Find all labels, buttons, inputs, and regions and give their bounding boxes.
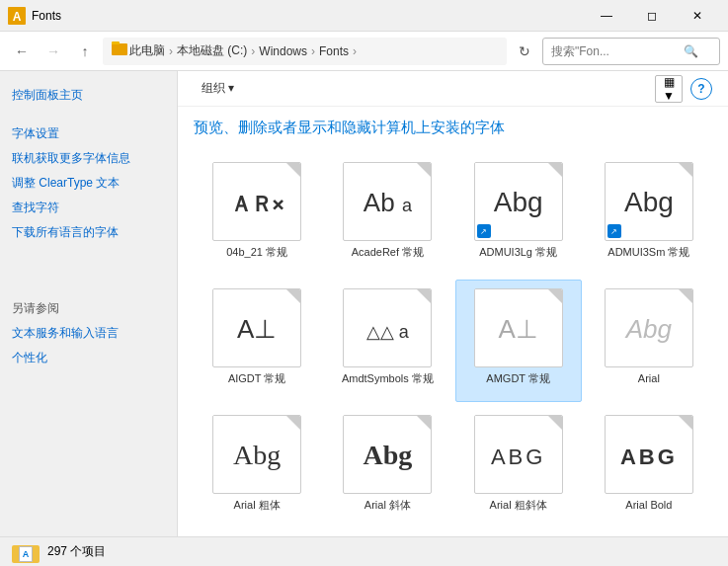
font-glyph: △△ a (366, 313, 409, 343)
sidebar-link-home[interactable]: 控制面板主页 (12, 87, 165, 104)
breadcrumb[interactable]: 此电脑 › 本地磁盘 (C:) › Windows › Fonts › (103, 38, 507, 65)
font-icon-ear (417, 163, 431, 177)
font-icon-ear (286, 163, 300, 177)
font-icon-ear (679, 289, 692, 303)
sidebar-link-settings[interactable]: 字体设置 (12, 125, 165, 142)
font-glyph: Ab a (364, 187, 412, 216)
svg-rect-2 (112, 43, 127, 55)
font-label: AmdtSymbols 常规 (342, 371, 434, 385)
view-toggle-button[interactable]: ▦ ▼ (655, 75, 683, 103)
page-title: 预览、删除或者显示和隐藏计算机上安装的字体 (178, 107, 728, 145)
font-icon: A⊥ (474, 288, 563, 367)
font-icon-ear (548, 289, 562, 303)
font-glyph: Abg (233, 440, 281, 469)
font-icon-ear (286, 416, 300, 430)
font-item[interactable]: ABG Arial Bold (586, 406, 712, 528)
font-label: AIGDT 常规 (228, 371, 285, 385)
font-icon: Abg (343, 415, 432, 494)
app-icon: A (8, 7, 26, 25)
sidebar-link-online[interactable]: 联机获取更多字体信息 (12, 150, 165, 167)
font-icon-ear (548, 416, 562, 430)
font-item[interactable]: A⊥ AMGDT 常规 (455, 280, 582, 402)
up-button[interactable]: ↑ (71, 38, 99, 65)
font-item[interactable]: ABG Arial 粗斜体 (455, 406, 582, 528)
font-item[interactable]: Abg Arial 斜体 (324, 406, 450, 528)
search-input[interactable] (551, 44, 680, 58)
organize-button[interactable]: 组织 ▾ (194, 76, 242, 101)
font-icon-ear (679, 163, 692, 177)
breadcrumb-part: 此电脑 (129, 42, 165, 59)
breadcrumb-part: Fonts (319, 44, 349, 58)
font-label: AcadeRef 常规 (352, 245, 424, 259)
font-icon: A⊥ (212, 288, 301, 367)
maximize-button[interactable]: ◻ (629, 0, 675, 32)
font-icon: Abg (605, 288, 693, 367)
font-icon-ear (417, 416, 431, 430)
breadcrumb-sep: › (311, 44, 315, 58)
status-folder-icon: A (12, 541, 40, 563)
font-glyph: Abg (626, 313, 672, 343)
font-icon: △△ a (343, 288, 432, 367)
font-glyph: ＡＲ× (230, 187, 283, 216)
title-bar: A Fonts — ◻ ✕ (0, 0, 728, 32)
window-controls: — ◻ ✕ (584, 0, 720, 32)
font-item[interactable]: ＡＲ× 04b_21 常规 (194, 153, 320, 276)
font-item[interactable]: Ab a AcadeRef 常规 (324, 153, 450, 276)
content-toolbar: 组织 ▾ ▦ ▼ ? (178, 71, 728, 107)
svg-text:A: A (13, 10, 22, 24)
status-item-count: 297 个项目 (47, 543, 106, 560)
breadcrumb-part: Windows (259, 44, 307, 58)
font-label: Arial 斜体 (364, 498, 411, 512)
breadcrumb-sep: › (251, 44, 255, 58)
font-label: ADMUI3Sm 常规 (607, 245, 689, 259)
font-icon-ear (679, 416, 692, 430)
shortcut-badge: ↗ (607, 224, 621, 238)
search-box[interactable]: 🔍 (542, 38, 720, 65)
sidebar-link-text-services[interactable]: 文本服务和输入语言 (12, 325, 165, 342)
font-item[interactable]: △△ a AmdtSymbols 常规 (324, 280, 450, 402)
font-label: Arial 粗体 (234, 498, 281, 512)
refresh-button[interactable]: ↻ (511, 38, 538, 65)
font-item[interactable]: A⊥ AIGDT 常规 (194, 280, 320, 402)
minimize-button[interactable]: — (584, 0, 629, 32)
font-icon: ABG (474, 415, 563, 494)
font-glyph: ABG (620, 440, 678, 469)
back-button[interactable]: ← (8, 38, 36, 65)
sidebar-link-find[interactable]: 查找字符 (12, 200, 165, 216)
font-icon: Abg (212, 415, 301, 494)
font-glyph: Abg (494, 187, 543, 216)
font-glyph: ABG (491, 440, 545, 469)
font-label: Arial Bold (625, 498, 672, 512)
breadcrumb-sep: › (169, 44, 173, 58)
font-label: Arial 粗斜体 (490, 498, 547, 512)
help-button[interactable]: ? (690, 78, 712, 100)
search-icon: 🔍 (684, 44, 698, 58)
font-item[interactable]: Abg ↗ ADMUI3Sm 常规 (586, 153, 712, 276)
sidebar-section-title: 另请参阅 (12, 300, 165, 317)
forward-button[interactable]: → (40, 38, 67, 65)
breadcrumb-part: 本地磁盘 (C:) (177, 42, 247, 59)
status-bar: A 297 个项目 (0, 536, 728, 566)
content-area: 组织 ▾ ▦ ▼ ? 预览、删除或者显示和隐藏计算机上安装的字体 ＡＲ× 04b… (178, 71, 728, 536)
address-bar: ← → ↑ 此电脑 › 本地磁盘 (C:) › Windows › Fonts … (0, 32, 728, 71)
font-item[interactable]: Abg Arial (586, 280, 712, 402)
font-item[interactable]: Abg ↗ ADMUI3Lg 常规 (455, 153, 582, 276)
breadcrumb-icon (112, 41, 127, 60)
sidebar: 控制面板主页 字体设置 联机获取更多字体信息 调整 ClearType 文本 查… (0, 71, 178, 536)
font-label: Arial (638, 371, 660, 385)
main-layout: 控制面板主页 字体设置 联机获取更多字体信息 调整 ClearType 文本 查… (0, 71, 728, 536)
font-icon-ear (548, 163, 562, 177)
font-label: 04b_21 常规 (226, 245, 287, 259)
font-glyph: A⊥ (498, 313, 537, 343)
close-button[interactable]: ✕ (675, 0, 720, 32)
sidebar-link-personalize[interactable]: 个性化 (12, 350, 165, 366)
sidebar-link-download[interactable]: 下载所有语言的字体 (12, 224, 165, 241)
font-icon: Abg ↗ (605, 162, 693, 241)
sidebar-link-cleartype[interactable]: 调整 ClearType 文本 (12, 175, 165, 192)
font-icon: ＡＲ× (212, 162, 301, 241)
svg-rect-3 (112, 41, 120, 44)
font-item[interactable]: Abg Arial 粗体 (194, 406, 320, 528)
font-icon: ABG (605, 415, 693, 494)
font-glyph: Abg (363, 440, 412, 469)
font-glyph: A⊥ (237, 313, 277, 343)
